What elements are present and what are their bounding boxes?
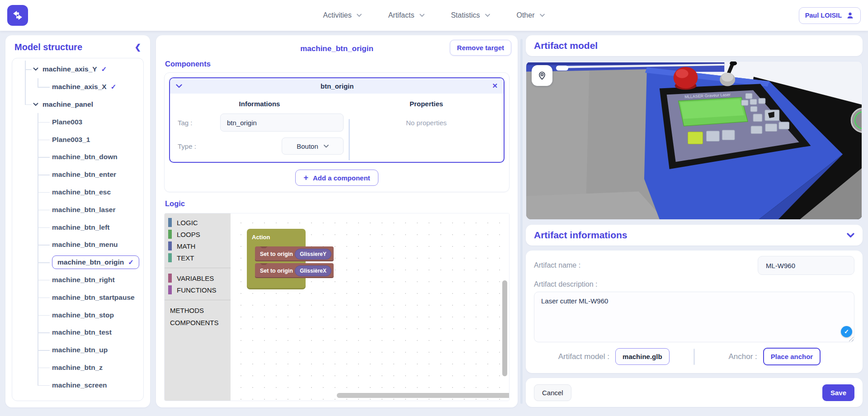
map-pin-icon [537, 71, 547, 80]
tree-item-label: machine_btn_laser [52, 206, 115, 214]
toolbox-category-loops[interactable]: LOOPS [165, 228, 231, 240]
tag-input[interactable]: btn_origin [220, 113, 344, 132]
tree-item-machine_panel[interactable]: machine_panel [12, 96, 143, 113]
model-structure-panel: Model structure ❮ machine_axis_Y✓machine… [5, 35, 150, 407]
place-anchor-button[interactable]: Place anchor [763, 348, 821, 365]
anchor-label: Anchor : [729, 352, 757, 361]
toolbox-category-functions[interactable]: FUNCTIONS [165, 284, 231, 296]
tree-connector-line [25, 104, 32, 105]
toolbox-category-methods[interactable]: METHODS [165, 304, 231, 317]
tree-connector-line [38, 210, 50, 211]
top-bar: ActivitiesArtifactsStatisticsOther Paul … [0, 0, 868, 31]
toolbox-category-variables[interactable]: VARIABLES [165, 272, 231, 284]
main-layout: Model structure ❮ machine_axis_Y✓machine… [0, 31, 868, 407]
tree-item-machine_btn_laser[interactable]: machine_btn_laser [12, 201, 143, 218]
tree-item-machine_btn_enter[interactable]: machine_btn_enter [12, 166, 143, 184]
user-name: Paul LOISIL [805, 12, 842, 19]
blockly-toolbox: LOGICLOOPSMATHTEXTVARIABLESFUNCTIONSMETH… [165, 213, 231, 401]
tree-item-machine_btn_stop[interactable]: machine_btn_stop [12, 306, 143, 324]
toolbox-category-text[interactable]: TEXT [165, 252, 231, 264]
form-actions: Cancel Save [526, 378, 863, 407]
toolbox-category-math[interactable]: MATH [165, 240, 231, 252]
artifact-name-input[interactable]: ML-W960 [758, 256, 854, 275]
block-action[interactable]: Action Set to originGlissiereYSet to ori… [247, 229, 306, 289]
artifact-description-value: Laser cutter ML-W960 [541, 297, 608, 305]
workspace-horizontal-scrollbar[interactable] [337, 393, 509, 398]
category-color-chip [168, 230, 172, 239]
place-anchor-viewport-button[interactable] [532, 65, 552, 86]
add-component-button[interactable]: + Add a component [295, 170, 378, 186]
block-set-to-origin-1[interactable]: Set to originGlissiereY [255, 246, 334, 261]
tree-item-machine_btn_menu[interactable]: machine_btn_menu [12, 236, 143, 254]
blockly-workspace[interactable]: Action Set to originGlissiereYSet to ori… [231, 213, 509, 401]
toolbox-category-label: METHODS [170, 307, 204, 314]
tree-item-machine_btn_up[interactable]: machine_btn_up [12, 341, 143, 359]
remove-target-button[interactable]: Remove target [450, 40, 511, 56]
tree-item-machine_btn_startpause[interactable]: machine_btn_startpause [12, 288, 143, 306]
nav-item-statistics[interactable]: Statistics [451, 11, 490, 19]
close-icon[interactable]: ✕ [492, 82, 498, 90]
tree-item-machine_btn_down[interactable]: machine_btn_down [12, 148, 143, 166]
tree-item-machine_btn_test[interactable]: machine_btn_test [12, 324, 143, 341]
tree-item-machine_btn_right[interactable]: machine_btn_right [12, 271, 143, 289]
tree-item-Plane003_1[interactable]: Plane003_1 [12, 131, 143, 148]
chevron-down-icon[interactable] [176, 84, 182, 88]
type-select[interactable]: Bouton [282, 137, 344, 155]
toolbox-category-label: TEXT [177, 254, 194, 262]
machine-3d-render: MLLASER Graveur Laser [526, 61, 862, 219]
tree-item-label: machine_btn_left [52, 223, 109, 232]
tree-item-label: machine_btn_test [52, 328, 112, 336]
chevron-down-icon[interactable] [847, 233, 854, 238]
tree-item-machine_btn_left[interactable]: machine_btn_left [12, 218, 143, 236]
tree-item-selected-box: machine_btn_origin✓ [52, 255, 139, 269]
save-button[interactable]: Save [822, 384, 854, 401]
artifact-model-heading: Artifact model [534, 40, 598, 51]
model-file-button[interactable]: machine.glb [615, 348, 670, 365]
tree-connector-line [38, 227, 50, 228]
tree-connector-line [38, 280, 50, 281]
cancel-button[interactable]: Cancel [534, 384, 571, 401]
tree-item-machine_btn_origin[interactable]: machine_btn_origin✓ [12, 254, 143, 271]
tree-item-machine_screen[interactable]: machine_screen [12, 376, 143, 394]
artifact-description-textarea[interactable]: Laser cutter ML-W960 ✓ [534, 292, 854, 342]
block-set-to-origin-2[interactable]: Set to originGlissièreX [255, 263, 334, 278]
tree-item-label: machine_btn_stop [52, 311, 114, 319]
plus-icon: + [303, 174, 308, 182]
target-header: machine_btn_origin Remove target [156, 40, 518, 58]
block-value-GlissièreX[interactable]: GlissièreX [295, 265, 331, 276]
components-heading: Components [165, 60, 518, 68]
tree-item-machine_axis_X[interactable]: machine_axis_X✓ [12, 78, 143, 96]
checkmark-icon: ✓ [101, 65, 107, 73]
tag-label: Tag : [178, 119, 220, 127]
nav-item-other[interactable]: Other [516, 11, 545, 19]
user-menu-button[interactable]: Paul LOISIL [799, 7, 861, 24]
tree-connector-line [38, 245, 50, 246]
nav-item-artifacts[interactable]: Artifacts [388, 11, 425, 19]
component-title: btn_origin [182, 82, 492, 90]
logic-heading: Logic [165, 199, 518, 208]
checkmark-icon: ✓ [844, 328, 849, 335]
tree-item-machine_btn_esc[interactable]: machine_btn_esc [12, 184, 143, 201]
toolbox-category-logic[interactable]: LOGIC [165, 217, 231, 228]
artifact-3d-viewport[interactable]: MLLASER Graveur Laser [526, 61, 863, 220]
block-value-GlissiereY[interactable]: GlissiereY [295, 249, 331, 260]
artifact-informations-heading: Artifact informations [534, 230, 627, 241]
nav-item-activities[interactable]: Activities [323, 11, 362, 19]
tree-item-label: machine_btn_menu [52, 241, 118, 249]
column-divider [349, 119, 350, 161]
tree-item-machine_axis_Y[interactable]: machine_axis_Y✓ [12, 61, 143, 78]
workspace-vertical-scrollbar[interactable] [502, 280, 507, 376]
checkmark-icon: ✓ [128, 258, 134, 266]
toolbox-category-components[interactable]: COMPONENTS [165, 317, 231, 329]
nav-item-label: Other [516, 11, 534, 19]
panel-scrollbar[interactable] [520, 39, 523, 404]
nav-item-label: Artifacts [388, 11, 415, 19]
collapse-sidebar-icon[interactable]: ❮ [135, 43, 141, 52]
tree-connector-line [38, 87, 50, 88]
component-card-header: btn_origin ✕ [170, 78, 504, 94]
tree-item-Plane003[interactable]: Plane003 [12, 113, 143, 131]
tree-item-machine_btn_z[interactable]: machine_btn_z [12, 359, 143, 377]
chevron-down-icon [33, 103, 38, 106]
tree-item-label: machine_axis_Y [42, 65, 97, 73]
app-logo[interactable] [7, 5, 28, 26]
